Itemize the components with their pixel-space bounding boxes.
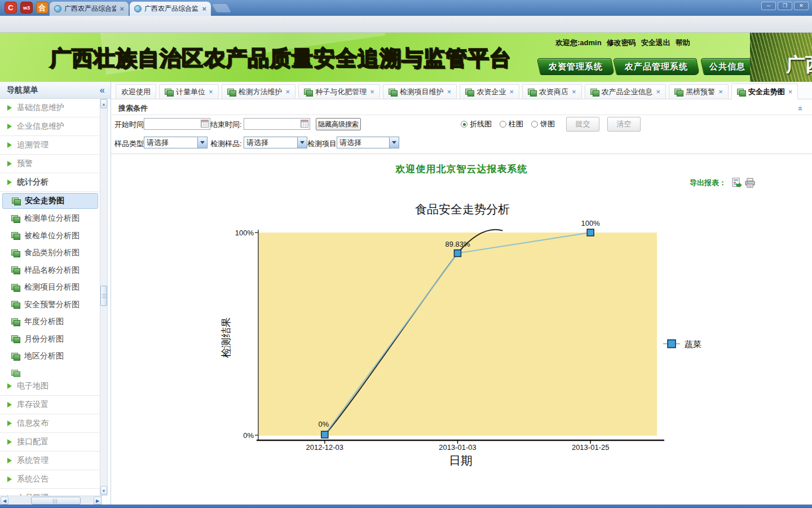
he-shortcut-icon[interactable]: 合 — [36, 2, 48, 14]
tab-农产品企业信息[interactable]: 农产品企业信息× — [585, 84, 667, 99]
sidebar-item[interactable]: 月份分析图 — [0, 331, 100, 348]
sidebar-item[interactable]: 地区分析图 — [0, 348, 100, 365]
sidebar-item[interactable]: 被检单位分析图 — [0, 227, 100, 245]
sidebar-group[interactable]: 系统管理 — [0, 452, 100, 470]
sidebar-group[interactable]: 追溯管理 — [0, 136, 100, 155]
calendar-icon[interactable] — [301, 120, 308, 128]
sidebar-group[interactable]: 接口配置 — [0, 433, 100, 452]
w3-shortcut-icon[interactable]: w3 — [20, 2, 33, 14]
tab-农资商店[interactable]: 农资商店× — [522, 84, 582, 99]
main-content: 欢迎使用计量单位×检测方法维护×种子与化肥管理×检测项目维护×农资企业×农资商店… — [111, 82, 812, 505]
tab-close-icon[interactable]: × — [370, 87, 374, 96]
tab-close-icon[interactable]: × — [509, 87, 514, 96]
sidebar-collapse-icon[interactable]: « — [100, 86, 105, 94]
cube-icon — [11, 335, 20, 343]
calendar-icon[interactable] — [201, 120, 209, 128]
clear-button[interactable]: 清空 — [607, 117, 641, 132]
tab-黑榜预警[interactable]: 黑榜预警× — [669, 84, 729, 99]
tab-农资企业[interactable]: 农资企业× — [460, 84, 519, 99]
print-icon[interactable] — [744, 178, 756, 188]
scroll-right-icon[interactable]: ▶ — [94, 497, 102, 505]
submit-button[interactable]: 提交 — [566, 117, 599, 132]
scroll-up-icon[interactable]: ▲ — [100, 99, 107, 108]
tab-close-icon[interactable]: × — [788, 87, 793, 96]
triangle-icon — [7, 476, 12, 482]
report-welcome-text: 欢迎使用北京智云达报表系统 — [111, 163, 812, 176]
tab-欢迎使用[interactable]: 欢迎使用 — [116, 84, 156, 99]
radio-icon[interactable] — [531, 121, 538, 128]
tab-种子与化肥管理[interactable]: 种子与化肥管理× — [298, 84, 380, 99]
close-button[interactable]: ✕ — [794, 2, 809, 10]
radio-icon[interactable] — [461, 121, 467, 128]
new-tab-button[interactable] — [212, 4, 231, 12]
sidebar-group[interactable]: 人员管理 — [0, 489, 100, 496]
sidebar-group-label: 系统管理 — [17, 456, 48, 466]
scroll-left-icon[interactable]: ◀ — [1, 497, 8, 505]
sidebar-group[interactable]: 库存设置 — [0, 396, 100, 414]
dropdown-select[interactable]: 请选择 — [244, 137, 307, 148]
tab-close-icon[interactable]: × — [656, 87, 661, 96]
sidebar-item-clipped[interactable] — [0, 365, 100, 377]
dropdown-arrow-icon[interactable] — [197, 137, 207, 148]
cube-icon — [227, 89, 236, 95]
radio-option[interactable]: 饼图 — [531, 119, 555, 129]
tab-label: 欢迎使用 — [121, 87, 151, 97]
tab-close-icon[interactable]: × — [120, 5, 124, 13]
dropdown-select[interactable]: 请选择 — [144, 137, 208, 148]
dropdown-select[interactable]: 请选择 — [337, 137, 399, 148]
sidebar-item[interactable]: 年度分析图 — [0, 313, 100, 331]
header-link[interactable]: 修改密码 — [607, 38, 636, 47]
tab-close-icon[interactable]: × — [286, 87, 290, 96]
dropdown-arrow-icon[interactable] — [389, 137, 399, 148]
corner-text: 广西 — [786, 52, 812, 78]
dropdown-value: 请选择 — [244, 137, 297, 148]
browser-tab[interactable]: 广西农产品综合监管平台× — [130, 2, 211, 16]
system-button[interactable]: 农资管理系统 — [537, 58, 615, 75]
scrollbar-thumb[interactable] — [31, 497, 81, 505]
browser-logo-icon[interactable]: C — [5, 2, 17, 14]
sidebar-group[interactable]: 信息发布 — [0, 414, 100, 433]
scrollbar-thumb[interactable] — [100, 286, 107, 306]
dropdown-arrow-icon[interactable] — [297, 137, 307, 148]
header-link[interactable]: 帮助 — [676, 38, 690, 47]
toggle-advanced-search-button[interactable]: 隐藏高级搜索 — [316, 118, 361, 130]
scroll-down-icon[interactable]: ▼ — [100, 486, 107, 495]
sidebar-horizontal-scrollbar[interactable]: ◀ ▶ — [0, 496, 102, 505]
browser-tab[interactable]: 广西农产品综合监管平台× — [50, 2, 129, 16]
radio-option[interactable]: 柱图 — [500, 119, 523, 129]
maximize-button[interactable]: ❐ — [778, 2, 792, 10]
tab-计量单位[interactable]: 计量单位× — [159, 84, 219, 99]
sidebar-group[interactable]: 系统公告 — [0, 470, 100, 489]
system-button[interactable]: 农产品管理系统 — [613, 58, 700, 75]
sidebar-group[interactable]: 统计分析 — [0, 173, 100, 192]
panel-collapse-icon[interactable]: « — [796, 106, 805, 111]
system-button[interactable]: 公共信息 — [700, 58, 754, 75]
sidebar-group-label: 信息发布 — [17, 418, 48, 428]
sidebar-group[interactable]: 电子地图 — [0, 377, 100, 396]
tab-close-icon[interactable]: × — [209, 87, 213, 96]
cube-icon — [12, 198, 21, 205]
minimize-button[interactable]: ─ — [761, 2, 776, 10]
sidebar-group[interactable]: 基础信息维护 — [0, 99, 100, 117]
sidebar-item[interactable]: 安全预警分析图 — [0, 296, 100, 314]
header-link[interactable]: 安全退出 — [641, 38, 670, 47]
tab-close-icon[interactable]: × — [572, 87, 576, 96]
sidebar-item[interactable]: 检测项目分析图 — [0, 279, 100, 296]
tab-安全走势图[interactable]: 安全走势图× — [731, 84, 798, 99]
sidebar-group[interactable]: 企业信息维护 — [0, 117, 100, 136]
excel-export-icon[interactable] — [732, 178, 742, 188]
tab-close-icon[interactable]: × — [202, 5, 206, 13]
sidebar-item[interactable]: 食品类别分析图 — [0, 244, 100, 262]
sidebar-group[interactable]: 预警 — [0, 155, 100, 173]
sidebar-vertical-scrollbar[interactable]: ▲ ▼ — [100, 99, 108, 496]
tab-close-icon[interactable]: × — [447, 87, 452, 96]
tab-close-icon[interactable]: × — [718, 87, 723, 96]
sidebar-item[interactable]: 安全走势图 — [2, 193, 98, 209]
tab-检测方法维护[interactable]: 检测方法维护× — [222, 84, 296, 99]
radio-option[interactable]: 折线图 — [461, 119, 492, 129]
sidebar-item[interactable]: 检测单位分析图 — [0, 210, 100, 227]
tab-label: 黑榜预警 — [686, 87, 715, 97]
sidebar-item[interactable]: 样品名称分析图 — [0, 262, 100, 279]
radio-icon[interactable] — [500, 121, 506, 128]
tab-检测项目维护[interactable]: 检测项目维护× — [383, 84, 457, 99]
